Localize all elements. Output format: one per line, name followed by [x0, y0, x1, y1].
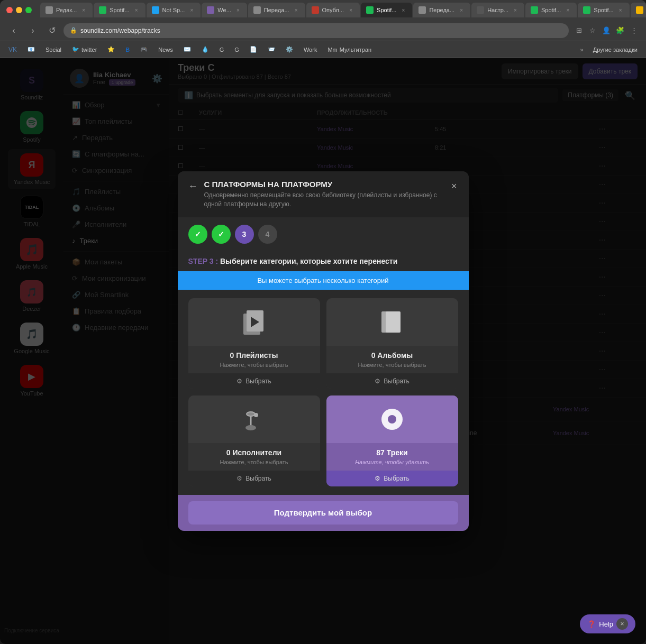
bookmark-droplet[interactable]: 💧: [197, 44, 213, 56]
browser-tab-7[interactable]: Переда...×: [413, 3, 470, 17]
bookmark-news[interactable]: News: [154, 44, 177, 56]
translate-icon[interactable]: ⊞: [573, 25, 585, 36]
step-1-check-icon: ✓: [195, 230, 201, 238]
address-bar[interactable]: 🔒 soundiiz.com/webapp/tracks: [63, 23, 569, 38]
address-bar-row: ‹ › ↺ 🔒 soundiiz.com/webapp/tracks ⊞ ☆ 👤…: [0, 20, 646, 41]
multitran-label: Мультитран: [340, 47, 371, 53]
bookmark-work[interactable]: Work: [299, 44, 321, 56]
browser-tab-6[interactable]: Spotif...×: [361, 3, 412, 17]
bookmark-multitran[interactable]: Мm Мультитран: [323, 44, 376, 56]
tab-close-button[interactable]: ×: [293, 6, 300, 14]
step-2[interactable]: ✓: [212, 225, 231, 244]
tab-favicon: [46, 6, 53, 14]
bookmark-b[interactable]: B: [121, 44, 134, 56]
tab-close-button[interactable]: ×: [188, 6, 195, 14]
forward-button[interactable]: ›: [25, 23, 40, 38]
close-window-button[interactable]: [6, 7, 13, 13]
svg-point-5: [247, 412, 255, 416]
reload-button[interactable]: ↺: [44, 23, 59, 38]
traffic-lights: [6, 7, 32, 13]
bookmark-twitter[interactable]: 🐦 twitter: [68, 44, 101, 56]
more-bookmarks[interactable]: »: [577, 47, 587, 53]
help-button[interactable]: ❓ Help ×: [580, 614, 635, 633]
step-label: STEP 3 : Выберите категории, которые хот…: [178, 251, 469, 271]
step-2-check-icon: ✓: [218, 230, 224, 238]
browser-tab-1[interactable]: Spotif...×: [94, 3, 145, 17]
url-display: soundiiz.com/webapp/tracks: [80, 27, 160, 34]
tab-label: Опубл...: [322, 7, 344, 13]
albums-btn-row: ⚙ Выбрать: [326, 373, 458, 389]
tab-label: Not Sp...: [162, 7, 185, 13]
tab-label: Spotif...: [541, 7, 561, 13]
tab-close-button[interactable]: ×: [133, 6, 140, 14]
browser-tab-8[interactable]: Настр...×: [471, 3, 524, 17]
ssl-lock-icon: 🔒: [70, 27, 77, 34]
bookmark-vk[interactable]: VK: [4, 44, 21, 56]
category-artists[interactable]: 0 Исполнители Нажмите, чтобы выбрать ⚙ В…: [188, 395, 320, 486]
tab-close-button[interactable]: ×: [80, 6, 87, 14]
bookmark-star-filled[interactable]: ⭐: [103, 44, 119, 56]
modal-back-button[interactable]: ←: [188, 180, 198, 192]
browser-tab-2[interactable]: Not Sp...×: [147, 3, 201, 17]
artists-count-name: 0 Исполнители: [226, 443, 281, 459]
back-button[interactable]: ‹: [6, 23, 21, 38]
tab-label: Переда...: [429, 7, 454, 13]
browser-tab-5[interactable]: Опубл...×: [306, 3, 360, 17]
menu-icon[interactable]: ⋮: [628, 25, 640, 36]
step-3[interactable]: 3: [235, 225, 254, 244]
tab-close-button[interactable]: ×: [347, 6, 354, 14]
transfer-modal: ← С ПЛАТФОРМЫ НА ПЛАТФОРМУ Одновременно …: [178, 171, 469, 531]
tab-label: We...: [217, 7, 231, 13]
confirm-button[interactable]: Подтвердить мой выбор: [188, 501, 458, 525]
tab-close-button[interactable]: ×: [458, 6, 465, 14]
tab-close-button[interactable]: ×: [617, 6, 624, 14]
artists-gear-icon: ⚙: [236, 475, 242, 482]
minimize-window-button[interactable]: [16, 7, 22, 13]
bookmark-mail2[interactable]: 📨: [263, 44, 279, 56]
modal-title: С ПЛАТФОРМЫ НА ПЛАТФОРМУ: [204, 180, 444, 189]
playlists-gear-icon: ⚙: [236, 378, 242, 385]
modal-close-button[interactable]: ×: [450, 180, 458, 193]
profile-icon[interactable]: 👤: [600, 25, 612, 36]
category-tracks[interactable]: 87 Треки Нажмите, чтобы удалить ⚙ Выбрат…: [326, 395, 458, 486]
tab-label: Переда...: [264, 7, 289, 13]
step-1[interactable]: ✓: [188, 225, 207, 244]
help-close-button[interactable]: ×: [616, 618, 628, 630]
tab-close-button[interactable]: ×: [564, 6, 571, 14]
bookmark-star-icon[interactable]: ☆: [587, 25, 598, 36]
bookmark-settings[interactable]: ⚙️: [281, 44, 297, 56]
playlists-btn-label: Выбрать: [245, 378, 271, 385]
browser-tab-9[interactable]: Spotif...×: [525, 3, 577, 17]
step-4-label: 4: [266, 230, 270, 238]
browser-tab-4[interactable]: Переда...×: [248, 3, 305, 17]
svg-point-7: [245, 425, 256, 430]
bookmark-gmail[interactable]: ✉️: [179, 44, 195, 56]
bookmark-g2[interactable]: G: [230, 44, 243, 56]
tracks-gear-icon: ⚙: [375, 475, 380, 482]
tab-favicon: [207, 6, 214, 14]
artists-btn-label: Выбрать: [245, 475, 271, 482]
maximize-window-button[interactable]: [25, 7, 32, 13]
bookmark-social[interactable]: Social: [41, 44, 66, 56]
step-4[interactable]: 4: [258, 225, 277, 244]
tab-favicon: [531, 6, 538, 14]
playlists-count-name: 0 Плейлисты: [230, 346, 278, 362]
bookmark-game[interactable]: 🎮: [136, 44, 152, 56]
tab-close-button[interactable]: ×: [234, 6, 242, 14]
extensions-icon[interactable]: 🧩: [614, 25, 626, 36]
tab-close-button[interactable]: ×: [512, 6, 519, 14]
browser-tab-11[interactable]: Keep c...×: [631, 3, 646, 17]
category-albums[interactable]: 0 Альбомы Нажмите, чтобы выбрать ⚙ Выбра…: [326, 298, 458, 389]
work-label: Work: [304, 47, 317, 53]
browser-tab-10[interactable]: Spotif...×: [578, 3, 629, 17]
bookmark-mail[interactable]: 📧: [23, 44, 39, 56]
tracks-hint: Нажмите, чтобы удалить: [355, 459, 429, 465]
browser-tab-0[interactable]: Редак...×: [40, 3, 93, 17]
bookmark-docs[interactable]: 📄: [245, 44, 261, 56]
tab-close-button[interactable]: ×: [399, 6, 407, 14]
other-bookmarks[interactable]: Другие закладки: [589, 44, 642, 56]
bookmark-g[interactable]: G: [215, 44, 229, 56]
browser-tab-3[interactable]: We...×: [202, 3, 247, 17]
tab-label: Spotif...: [110, 7, 129, 13]
category-playlists[interactable]: 0 Плейлисты Нажмите, чтобы выбрать ⚙ Выб…: [188, 298, 320, 389]
